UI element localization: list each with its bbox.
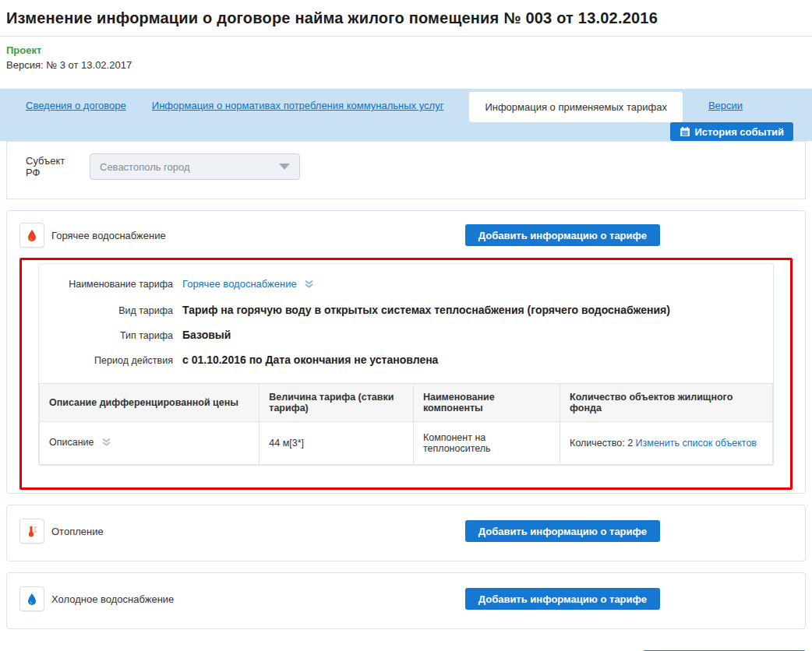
highlight-box: Наименование тарифа Горячее водоснабжени… xyxy=(19,258,793,490)
tab-applied-tariffs[interactable]: Информация о применяемых тарифах xyxy=(469,92,683,122)
cold-water-section: Холодное водоснабжение Добавить информац… xyxy=(6,572,806,629)
chevron-double-down-icon[interactable] xyxy=(304,279,314,293)
col-header-component-name: Наименование компоненты xyxy=(413,384,560,422)
tab-bar: Сведения о договоре Информация о нормати… xyxy=(0,89,812,141)
tariff-kind-field: Вид тарифа Тариф на горячую воду в откры… xyxy=(39,303,754,318)
tariff-card: Наименование тарифа Горячее водоснабжени… xyxy=(38,263,774,466)
heating-section-title: Отопление xyxy=(51,526,104,537)
page-title: Изменение информации о договоре найма жи… xyxy=(6,8,806,28)
add-tariff-button-hot-water[interactable]: Добавить информацию о тарифе xyxy=(465,224,660,246)
objects-count-label: Количество: 2 xyxy=(570,438,633,449)
cold-water-section-title: Холодное водоснабжение xyxy=(51,593,174,605)
edit-objects-list-link[interactable]: Изменить список объектов xyxy=(636,438,757,449)
tariff-kind-value: Тариф на горячую воду в открытых система… xyxy=(182,303,670,317)
tariff-name-label: Наименование тарифа xyxy=(39,278,173,291)
tariff-type-field: Тип тарифа Базовый xyxy=(39,328,754,343)
version-label: Версия: № 3 от 13.02.2017 xyxy=(6,58,806,72)
cell-objects: Количество: 2 Изменить список объектов xyxy=(560,422,773,465)
col-header-price-description: Описание дифференцированной цены xyxy=(40,384,259,422)
dropdown-arrow-icon xyxy=(279,164,290,170)
heating-section: Отопление Добавить информацию о тарифе xyxy=(6,505,806,561)
hot-water-section: Горячее водоснабжение Добавить информаци… xyxy=(6,210,806,494)
cell-description: Описание xyxy=(40,422,259,465)
add-tariff-button-cold-water[interactable]: Добавить информацию о тарифе xyxy=(465,588,660,610)
calendar-icon xyxy=(680,126,690,137)
thermometer-icon xyxy=(19,519,44,544)
col-header-tariff-value: Величина тарифа (ставки тарифа) xyxy=(259,384,414,422)
description-label: Описание xyxy=(49,437,94,448)
tariff-period-value: с 01.10.2016 по Дата окончания не устано… xyxy=(182,353,438,367)
add-tariff-button-heating[interactable]: Добавить информацию о тарифе xyxy=(465,520,660,542)
hot-water-section-title: Горячее водоснабжение xyxy=(51,230,166,241)
subject-label: Субъект РФ xyxy=(26,155,79,178)
hot-water-section-header: Горячее водоснабжение Добавить информаци… xyxy=(19,223,793,248)
page: Изменение информации о договоре найма жи… xyxy=(0,8,812,651)
cold-water-droplet-icon xyxy=(19,586,44,611)
status-badge: Проект xyxy=(6,44,806,57)
status-block: Проект Версия: № 3 от 13.02.2017 xyxy=(0,37,812,72)
cell-component: Компонент на теплоноситель xyxy=(413,422,560,465)
cold-water-section-header: Холодное водоснабжение Добавить информац… xyxy=(19,586,793,611)
tariff-table: Описание дифференцированной цены Величин… xyxy=(39,383,773,465)
tariff-table-row: Описание 44 м[3*] Компонент на теплоноси… xyxy=(40,422,773,465)
subject-select[interactable]: Севастополь город xyxy=(90,153,300,180)
tariff-kind-label: Вид тарифа xyxy=(39,304,173,318)
tariff-period-field: Период действия с 01.10.2016 по Дата око… xyxy=(39,353,754,368)
subject-panel: Субъект РФ Севастополь город xyxy=(6,141,806,199)
tariff-name-link[interactable]: Горячее водоснабжение xyxy=(182,278,297,290)
col-header-objects-count: Количество объектов жилищного фонда xyxy=(560,384,773,422)
cell-tariff-value: 44 м[3*] xyxy=(259,422,414,465)
tariff-type-label: Тип тарифа xyxy=(39,329,173,343)
tariff-table-header-row: Описание дифференцированной цены Величин… xyxy=(40,384,773,422)
tabs-row: Сведения о договоре Информация о нормати… xyxy=(0,89,812,122)
heating-section-header: Отопление Добавить информацию о тарифе xyxy=(19,519,793,544)
tab-versions[interactable]: Версии xyxy=(708,100,743,111)
tab-consumption-norms[interactable]: Информация о нормативах потребления комм… xyxy=(152,100,444,111)
hot-water-droplet-icon xyxy=(19,223,44,248)
history-button-label: История событий xyxy=(695,126,785,138)
chevron-double-down-icon[interactable] xyxy=(101,438,111,449)
history-button[interactable]: История событий xyxy=(670,122,794,141)
tariff-name-field: Наименование тарифа Горячее водоснабжени… xyxy=(39,277,754,293)
tariff-type-value: Базовый xyxy=(182,328,231,342)
subject-select-value: Севастополь город xyxy=(100,161,279,173)
tariff-fields: Наименование тарифа Горячее водоснабжени… xyxy=(39,264,773,378)
tab-contract-info[interactable]: Сведения о договоре xyxy=(26,100,126,111)
tariff-period-label: Период действия xyxy=(39,354,173,368)
